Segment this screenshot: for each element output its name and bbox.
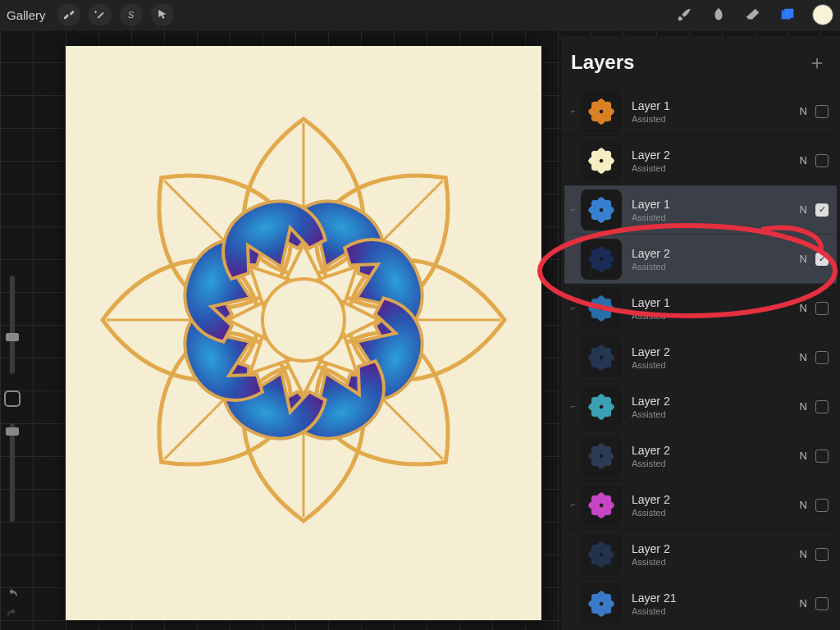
- svg-point-1: [262, 279, 345, 361]
- blend-mode-indicator[interactable]: N: [800, 450, 807, 462]
- transform-button[interactable]: [151, 3, 174, 26]
- visibility-checkbox[interactable]: [815, 351, 829, 364]
- undo-icon[interactable]: [5, 587, 20, 602]
- visibility-checkbox[interactable]: [815, 154, 829, 167]
- layer-subtitle: Assisted: [632, 409, 670, 419]
- artboard[interactable]: [66, 46, 541, 620]
- blend-mode-indicator[interactable]: N: [800, 203, 807, 216]
- slider-thumb[interactable]: [6, 427, 19, 436]
- brush-tool[interactable]: [674, 5, 694, 25]
- layer-subtitle: Assisted: [632, 557, 670, 567]
- layer-row[interactable]: ⌐ Layer 2 Assisted N: [564, 481, 837, 530]
- layer-row[interactable]: Layer 2 Assisted N: [564, 235, 837, 284]
- visibility-checkbox[interactable]: [815, 203, 829, 217]
- group-toggle-icon[interactable]: ⌐: [568, 205, 579, 214]
- layer-thumbnail[interactable]: [581, 436, 622, 477]
- layers-panel: Layers ＋ ⌐ Layer 1 Assisted N Layer 2 As…: [561, 36, 840, 630]
- layer-thumbnail[interactable]: [581, 583, 622, 624]
- layer-name: Layer 1: [632, 296, 670, 309]
- gallery-button[interactable]: Gallery: [7, 8, 49, 22]
- layers-list[interactable]: ⌐ Layer 1 Assisted N Layer 2 Assisted N: [564, 87, 837, 630]
- layer-row[interactable]: Layer 21 Assisted N: [564, 579, 837, 628]
- blend-mode-indicator[interactable]: N: [800, 105, 807, 117]
- color-swatch[interactable]: [812, 4, 833, 25]
- layer-subtitle: Assisted: [632, 606, 676, 616]
- layer-thumbnail[interactable]: [581, 485, 622, 526]
- visibility-checkbox[interactable]: [815, 499, 829, 512]
- layer-subtitle: Assisted: [632, 508, 670, 518]
- svg-text:S: S: [128, 10, 134, 20]
- layer-thumbnail[interactable]: [581, 189, 622, 231]
- layer-subtitle: Assisted: [632, 459, 670, 468]
- eraser-icon: [744, 6, 762, 24]
- layer-thumbnail[interactable]: [581, 91, 622, 132]
- blend-mode-indicator[interactable]: N: [800, 154, 807, 167]
- layer-row[interactable]: ⌐ Layer 2 Assisted N: [564, 382, 837, 431]
- layer-row[interactable]: Layer 2 Assisted N: [564, 136, 837, 185]
- left-sidebar: [3, 276, 21, 522]
- layer-thumbnail[interactable]: [581, 239, 622, 280]
- modify-button[interactable]: [4, 390, 21, 407]
- visibility-checkbox[interactable]: [815, 400, 829, 413]
- arrow-cursor-icon: [156, 8, 169, 21]
- blend-mode-indicator[interactable]: N: [800, 499, 807, 511]
- group-toggle-icon[interactable]: ⌐: [568, 500, 579, 509]
- slider-thumb[interactable]: [6, 333, 19, 341]
- brush-size-slider[interactable]: [10, 276, 15, 374]
- top-toolbar: Gallery S: [0, 0, 840, 30]
- app-root: Gallery S: [0, 0, 840, 630]
- layer-thumbnail[interactable]: [581, 337, 622, 378]
- layers-tool[interactable]: [778, 5, 797, 25]
- layer-name: Layer 21: [632, 591, 676, 605]
- layer-name: Layer 2: [632, 395, 670, 408]
- visibility-checkbox[interactable]: [815, 597, 829, 610]
- blend-mode-indicator[interactable]: N: [800, 253, 807, 265]
- selection-button[interactable]: S: [120, 3, 143, 26]
- layer-row[interactable]: ⌐ Layer 1 Assisted N: [564, 284, 837, 333]
- smudge-icon: [710, 6, 728, 24]
- blend-mode-indicator[interactable]: N: [800, 351, 807, 363]
- layer-row[interactable]: ⌐ Layer 1 Assisted N: [564, 185, 837, 235]
- smudge-tool[interactable]: [709, 5, 728, 25]
- layer-subtitle: Assisted: [632, 360, 670, 370]
- layer-row[interactable]: ⌐ Layer 1 Assisted N: [564, 87, 837, 136]
- layer-row[interactable]: Layer 2 Assisted N: [564, 530, 837, 579]
- blend-mode-indicator[interactable]: N: [800, 400, 807, 413]
- layer-subtitle: Assisted: [632, 262, 670, 272]
- add-layer-button[interactable]: ＋: [807, 49, 827, 75]
- group-toggle-icon[interactable]: ⌐: [568, 402, 579, 411]
- blend-mode-indicator[interactable]: N: [800, 548, 807, 560]
- layer-name: Layer 2: [632, 345, 670, 358]
- eraser-tool[interactable]: [743, 5, 763, 25]
- layer-subtitle: Assisted: [632, 212, 670, 222]
- layer-thumbnail[interactable]: [581, 386, 622, 427]
- blend-mode-indicator[interactable]: N: [800, 597, 807, 609]
- magic-button[interactable]: [89, 3, 112, 26]
- layers-title: Layers: [571, 51, 634, 74]
- group-toggle-icon[interactable]: ⌐: [568, 107, 579, 116]
- layer-thumbnail[interactable]: [581, 288, 622, 329]
- layer-name: Layer 2: [632, 247, 670, 260]
- visibility-checkbox[interactable]: [815, 105, 829, 118]
- visibility-checkbox[interactable]: [815, 548, 829, 561]
- layer-subtitle: Assisted: [632, 114, 670, 124]
- redo-icon[interactable]: [5, 607, 20, 622]
- layer-thumbnail[interactable]: [581, 140, 622, 181]
- opacity-slider[interactable]: [10, 423, 15, 522]
- layer-row[interactable]: Layer 2 Assisted N: [564, 333, 837, 382]
- adjustments-button[interactable]: [57, 3, 80, 26]
- layer-thumbnail[interactable]: [581, 534, 622, 575]
- layer-name: Layer 2: [632, 444, 670, 457]
- layer-row[interactable]: Layer 2 Assisted N: [564, 431, 837, 481]
- group-toggle-icon[interactable]: ⌐: [568, 304, 579, 313]
- visibility-checkbox[interactable]: [815, 253, 829, 266]
- artwork-mandala: [90, 107, 517, 536]
- layer-subtitle: Assisted: [632, 163, 670, 173]
- visibility-checkbox[interactable]: [815, 450, 829, 463]
- layer-name: Layer 2: [632, 493, 670, 506]
- brush-icon: [675, 6, 693, 24]
- wand-icon: [94, 8, 107, 21]
- blend-mode-indicator[interactable]: N: [800, 302, 807, 314]
- layer-name: Layer 1: [632, 198, 670, 211]
- visibility-checkbox[interactable]: [815, 302, 829, 315]
